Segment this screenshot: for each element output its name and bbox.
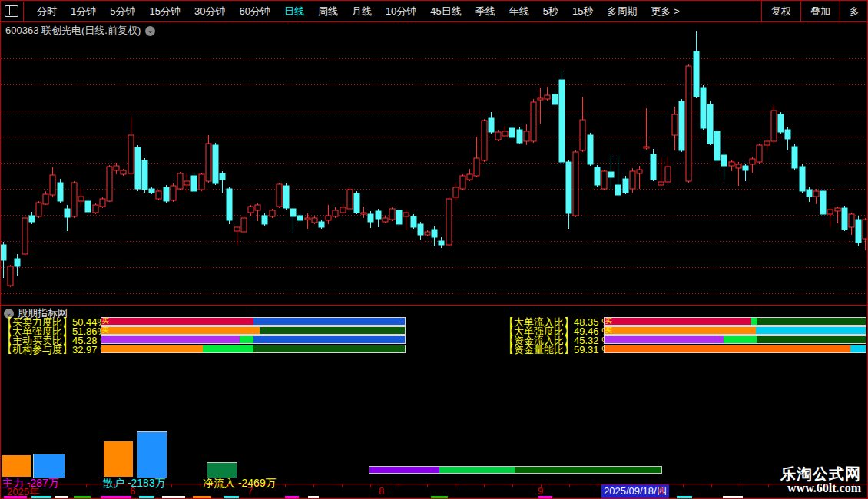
candle-body bbox=[849, 214, 854, 227]
candle-body bbox=[573, 152, 578, 216]
candle-body bbox=[326, 216, 331, 220]
stacked-flow-segment bbox=[515, 467, 661, 473]
axis-tick bbox=[512, 484, 513, 487]
chart-panel-divider bbox=[1, 305, 868, 306]
candle-body bbox=[184, 181, 190, 185]
candle-body bbox=[672, 114, 678, 135]
watermark-site-name: 乐淘公式网 bbox=[780, 466, 861, 482]
candle-body bbox=[85, 201, 91, 212]
axis-label: 8 bbox=[379, 485, 384, 497]
axis-label: 9 bbox=[538, 485, 543, 497]
axis-label: 6 bbox=[130, 485, 135, 497]
clipped-text-fragment bbox=[4, 496, 27, 499]
volume-bar bbox=[207, 462, 237, 478]
candle-body bbox=[290, 209, 296, 216]
candle-body bbox=[800, 167, 805, 191]
indicator-bar-segment bbox=[605, 336, 724, 343]
candle-body bbox=[701, 88, 706, 128]
candle-body bbox=[559, 80, 565, 162]
volume-bar bbox=[137, 431, 167, 478]
candle-body bbox=[580, 120, 585, 150]
candle-body bbox=[319, 222, 324, 227]
candle-body bbox=[630, 171, 635, 189]
candle-body bbox=[835, 208, 840, 211]
candle-body bbox=[771, 111, 777, 141]
indicator-bar-segment bbox=[101, 336, 240, 343]
candle-body bbox=[418, 224, 423, 235]
candle-body bbox=[333, 210, 338, 216]
candle-body bbox=[128, 135, 134, 173]
candle-body bbox=[778, 114, 784, 132]
clipped-text-fragment bbox=[677, 496, 692, 499]
candle-body bbox=[376, 211, 381, 219]
clipped-text-fragment bbox=[193, 496, 211, 499]
candle-body bbox=[502, 131, 508, 136]
candle-body bbox=[241, 218, 247, 232]
candle-body bbox=[637, 170, 642, 173]
candle-body bbox=[255, 205, 260, 210]
candle-body bbox=[439, 241, 444, 245]
candle-body bbox=[651, 154, 656, 180]
stacked-flow-bar bbox=[369, 466, 662, 474]
clipped-text-fragment bbox=[723, 496, 743, 499]
stacked-flow-segment bbox=[369, 467, 439, 473]
candle-body bbox=[474, 158, 479, 176]
axis-tick bbox=[143, 484, 144, 487]
indicator-bar-segment bbox=[757, 336, 866, 343]
clipped-text-fragment bbox=[162, 496, 185, 499]
candle-body bbox=[234, 227, 240, 231]
candle-body bbox=[43, 194, 48, 204]
axis-tick bbox=[740, 484, 740, 487]
candle-body bbox=[50, 175, 55, 195]
candle-body bbox=[707, 104, 713, 144]
axis-tick bbox=[399, 484, 399, 487]
candle-body bbox=[588, 135, 593, 164]
candle-body bbox=[361, 213, 366, 214]
candle-body bbox=[411, 216, 416, 227]
candle-body bbox=[842, 208, 847, 230]
candle-body bbox=[368, 214, 373, 222]
candle-body bbox=[545, 95, 550, 99]
candle-body bbox=[665, 167, 671, 182]
indicator-label: 【机构参与度】32.97 % bbox=[2, 343, 109, 357]
candle-body bbox=[608, 172, 614, 177]
axis-label: 0 bbox=[658, 485, 664, 497]
chevron-down-icon[interactable]: ⌄ bbox=[145, 26, 155, 36]
axis-tick bbox=[456, 484, 456, 487]
candle-body bbox=[220, 173, 225, 180]
watermark: 乐淘公式网 www.60lt.com bbox=[780, 466, 861, 495]
candle-body bbox=[177, 173, 183, 189]
candle-body bbox=[396, 210, 402, 224]
clipped-text-fragment bbox=[31, 496, 51, 499]
candle-body bbox=[121, 170, 126, 174]
candle-body bbox=[65, 209, 70, 217]
axis-tick bbox=[313, 484, 314, 487]
candlestick-chart bbox=[1, 1, 868, 499]
axis-tick bbox=[484, 484, 485, 487]
candle-body bbox=[820, 191, 826, 214]
candle-body bbox=[347, 190, 353, 209]
candle-body bbox=[191, 176, 197, 191]
indicator-bar-segment bbox=[751, 318, 757, 325]
candle-body bbox=[615, 185, 621, 195]
buy-marker: 买 bbox=[102, 327, 109, 334]
candle-body bbox=[714, 131, 720, 160]
clipped-text-fragment bbox=[224, 496, 239, 499]
stock-app-window: { "toolbar": { "window_icon": "window-gr… bbox=[0, 0, 868, 499]
candle-body bbox=[658, 182, 664, 185]
candle-body bbox=[114, 166, 119, 170]
buy-marker: 买 bbox=[102, 318, 109, 325]
indicator-bar-segment bbox=[253, 318, 405, 325]
axis-tick bbox=[683, 484, 684, 487]
candle-body bbox=[517, 130, 522, 143]
candle-body bbox=[305, 218, 310, 220]
candle-body bbox=[524, 131, 529, 141]
candle-body bbox=[552, 94, 558, 104]
axis-tick bbox=[427, 484, 428, 487]
candle-body bbox=[792, 147, 797, 168]
candle-body bbox=[495, 132, 501, 140]
candle-body bbox=[736, 164, 741, 168]
candle-body bbox=[813, 191, 819, 197]
indicator-bar-segment bbox=[724, 336, 757, 343]
candle-body bbox=[107, 167, 112, 201]
